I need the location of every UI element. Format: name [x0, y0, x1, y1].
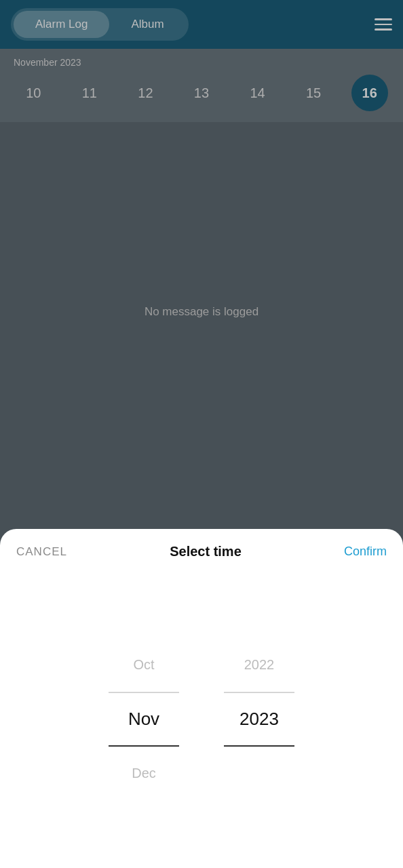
sheet-title: Select time	[170, 544, 242, 559]
top-header: Alarm Log Album	[0, 0, 403, 49]
date-12[interactable]: 12	[127, 75, 164, 111]
menu-line-3	[375, 28, 392, 31]
picker-container: Oct Nov Dec 2022 2023	[0, 570, 403, 868]
date-16-selected[interactable]: 16	[351, 75, 388, 111]
month-prev-item[interactable]: Oct	[100, 638, 188, 692]
month-selected-item[interactable]: Nov	[100, 692, 188, 747]
bottom-sheet: CANCEL Select time Confirm Oct Nov Dec 2…	[0, 529, 403, 868]
menu-line-1	[375, 18, 392, 20]
date-11[interactable]: 11	[71, 75, 108, 111]
date-row: 10 11 12 13 14 15 16	[0, 75, 403, 111]
date-13[interactable]: 13	[183, 75, 220, 111]
menu-icon[interactable]	[375, 18, 392, 31]
date-15[interactable]: 15	[295, 75, 332, 111]
cancel-button[interactable]: CANCEL	[16, 545, 67, 559]
alarm-log-tab[interactable]: Alarm Log	[14, 11, 109, 38]
content-area: No message is logged	[0, 122, 403, 502]
month-label: November 2023	[0, 57, 403, 75]
month-next-item[interactable]: Dec	[100, 747, 188, 801]
year-selected-item[interactable]: 2023	[215, 692, 303, 747]
calendar-strip: November 2023 10 11 12 13 14 15 16	[0, 49, 403, 122]
sheet-header: CANCEL Select time Confirm	[0, 529, 403, 570]
tab-switcher: Alarm Log Album	[11, 8, 189, 41]
year-picker-column[interactable]: 2022 2023	[215, 638, 303, 801]
month-picker-column[interactable]: Oct Nov Dec	[100, 638, 188, 801]
empty-message: No message is logged	[145, 305, 258, 319]
album-tab[interactable]: Album	[109, 11, 185, 38]
year-next-item[interactable]	[215, 747, 303, 801]
date-10[interactable]: 10	[15, 75, 52, 111]
year-prev-item[interactable]: 2022	[215, 638, 303, 692]
menu-line-2	[375, 24, 392, 26]
date-14[interactable]: 14	[239, 75, 276, 111]
confirm-button[interactable]: Confirm	[344, 545, 387, 559]
